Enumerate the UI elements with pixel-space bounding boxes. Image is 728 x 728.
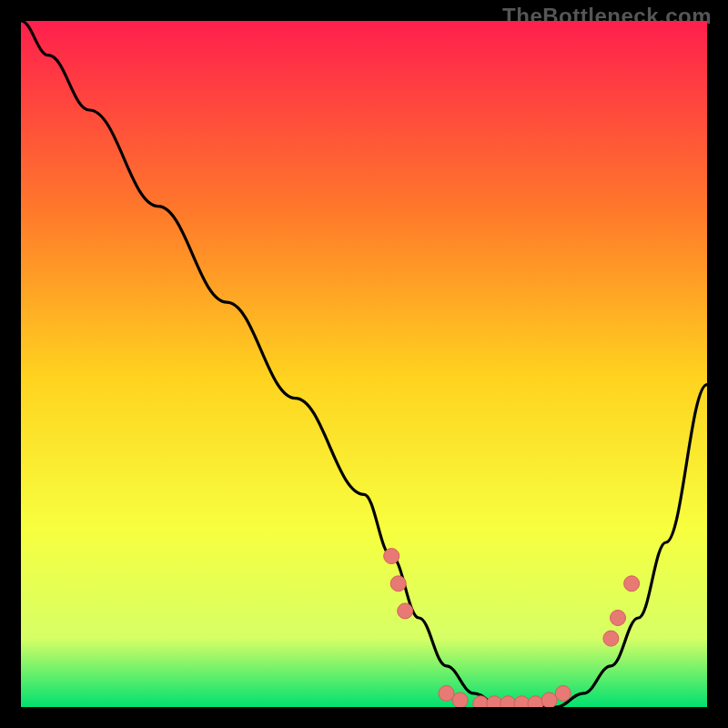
data-dot xyxy=(603,631,619,646)
data-dot xyxy=(452,693,468,707)
data-dot xyxy=(555,685,571,701)
data-dot xyxy=(624,576,640,592)
data-dot xyxy=(384,549,399,564)
chart-frame: TheBottleneck.com xyxy=(0,0,728,728)
gradient-background xyxy=(21,21,707,707)
data-dot xyxy=(473,696,489,707)
data-dot xyxy=(611,611,626,626)
data-dot xyxy=(487,696,502,707)
plot-svg xyxy=(21,21,707,707)
data-dot xyxy=(500,696,516,707)
data-dot xyxy=(398,603,413,619)
data-dot xyxy=(514,696,530,707)
bottleneck-plot xyxy=(21,21,707,707)
data-dot xyxy=(439,685,454,701)
data-dot xyxy=(390,576,406,592)
data-dot xyxy=(541,693,557,707)
data-dot xyxy=(528,696,543,707)
